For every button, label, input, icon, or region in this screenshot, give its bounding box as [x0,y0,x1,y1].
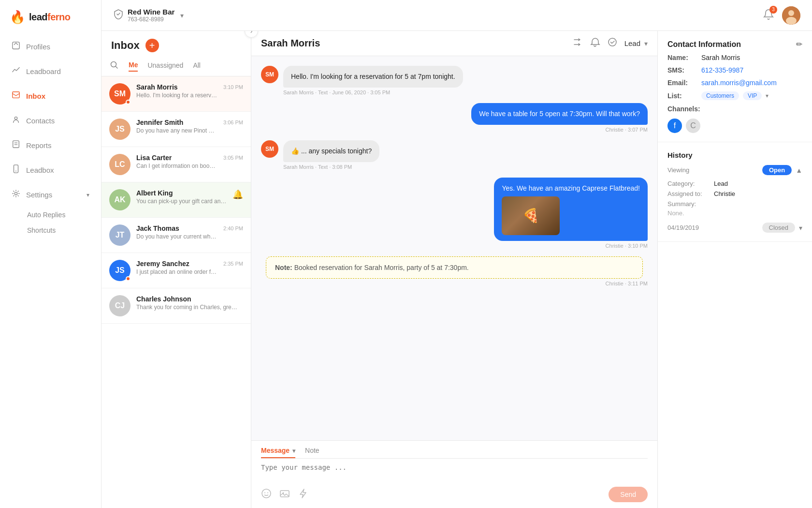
emoji-icon[interactable] [261,488,272,501]
conv-info: Sarah Morris Hello. I'm looking for a re… [136,83,218,99]
svg-marker-20 [300,489,306,498]
sidebar-item-profiles[interactable]: Profiles [0,34,101,59]
list-dropdown-arrow[interactable]: ▾ [766,92,768,99]
list-values: Customers VIP ▾ [701,91,768,100]
send-button[interactable]: Send [609,487,648,502]
message-input[interactable] [261,463,648,481]
svg-point-15 [262,489,271,498]
sidebar-item-leadboard-label: Leadboard [26,67,61,75]
conversation-list: SM Sarah Morris Hello. I'm looking for a… [102,76,251,508]
list-tag-vip[interactable]: VIP [743,91,762,100]
lightning-icon[interactable] [298,488,308,501]
conv-name: Jack Thomas [136,224,218,232]
list-item[interactable]: JS Jeremy Sanchez I just placed an onlin… [102,253,251,288]
chat-channel-icon[interactable]: C [686,119,700,133]
note-meta: Christie · 3:11 PM [261,281,648,286]
assigned-label: Assigned to: [667,190,711,197]
shield-icon [113,9,124,22]
sidebar-item-inbox[interactable]: Inbox [0,84,101,108]
image-icon[interactable] [279,488,290,501]
sidebar-item-contacts-label: Contacts [26,117,55,125]
unread-dot [126,276,130,281]
facebook-channel-icon[interactable]: f [667,119,682,133]
message-bubble: Hello. I'm looking for a reservation for… [283,66,463,88]
info-row-sms: SMS: 612-335-9987 [667,66,802,74]
conv-info: Jack Thomas Do you have your current whi… [136,224,218,240]
message-content: Yes. We have an amazing Caprese Flatbrea… [494,178,648,249]
bell-icon[interactable] [590,37,600,50]
settings-icon [12,189,20,200]
list-item[interactable]: CJ Charles Johnson Thank you for coming … [102,288,251,324]
message-meta: Christie · 3:07 PM [471,127,648,133]
list-item[interactable]: LC Lisa Carter Can I get information on … [102,147,251,182]
conv-info: Lisa Carter Can I get information on boo… [136,154,218,169]
notifications-button[interactable]: 3 [763,9,774,22]
info-row-name: Name: Sarah Morris [667,54,802,61]
list-item[interactable]: AK Albert King You can pick-up your gift… [102,182,251,218]
list-item[interactable]: JT Jack Thomas Do you have your current … [102,218,251,253]
history-category-row: Category: Lead [667,180,802,187]
conv-info: Jennifer Smith Do you have any new Pinot… [136,119,218,134]
conv-name: Charles Johnson [136,295,237,303]
add-conversation-button[interactable]: + [145,39,159,52]
message-dropdown-arrow[interactable]: ▾ [292,448,295,454]
channels-row: f C [667,119,700,133]
history-summary-row: Summary: [667,200,802,208]
note-box: Note: Booked reservation for Sarah Morri… [266,256,643,279]
message-bubble: Yes. We have an amazing Caprese Flatbrea… [494,178,648,241]
notification-badge: 3 [769,6,777,14]
message-meta: Sarah Morris · Text · 3:08 PM [283,164,379,170]
lead-dropdown[interactable]: Lead ▾ [624,39,648,47]
list-item[interactable]: JS Jennifer Smith Do you have any new Pi… [102,112,251,147]
sidebar-item-reports[interactable]: Reports [0,133,101,158]
compose-tab-message[interactable]: Message ▾ [261,447,295,458]
email-value[interactable]: sarah.morris@gmail.com [701,79,777,87]
list-tag-customers[interactable]: Customers [701,91,739,100]
svg-point-17 [267,492,268,493]
logo: 🔥 leadferno [0,0,101,34]
conv-right: 3:10 PM [223,83,243,90]
compose-area: Message ▾ Note Send [251,440,657,508]
company-selector[interactable]: Red Wine Bar 763-682-8989 ▾ [113,8,184,23]
sidebar-item-leadbox[interactable]: Leadbox [0,158,101,182]
past-expand-icon[interactable]: ▾ [799,224,802,232]
message-bubble: 👍 ... any specials tonight? [283,140,379,162]
lead-dropdown-arrow[interactable]: ▾ [644,40,648,47]
name-label: Name: [667,54,701,61]
svg-point-2 [14,117,17,120]
list-item[interactable]: SM Sarah Morris Hello. I'm looking for a… [102,76,251,112]
user-avatar[interactable] [782,6,800,25]
history-collapse-icon[interactable]: ▲ [796,166,802,174]
leadboard-icon [12,66,20,77]
chat-panel: › Sarah Morris Lead ▾ [251,31,657,508]
svg-rect-6 [14,165,18,173]
sidebar-item-settings[interactable]: Settings ▾ [0,182,101,207]
filter-tab-all[interactable]: All [193,61,201,71]
sidebar-item-leadboard[interactable]: Leadboard [0,59,101,84]
sidebar-item-auto-replies[interactable]: Auto Replies [27,207,101,223]
sidebar-item-contacts[interactable]: Contacts [0,108,101,133]
message-row: We have a table for 5 open at 7:30pm. Wi… [261,103,648,133]
conv-preview: Can I get information on booking a priva… [136,163,218,169]
message-row: SM 👍 ... any specials tonight? Sarah Mor… [261,140,648,170]
company-name: Red Wine Bar [128,8,174,16]
message-content: 👍 ... any specials tonight? Sarah Morris… [283,140,379,170]
chat-header: Sarah Morris Lead ▾ [251,31,657,56]
company-dropdown-arrow[interactable]: ▾ [180,12,184,19]
summary-label: Summary: [667,200,711,208]
main-area: Red Wine Bar 763-682-8989 ▾ 3 Inbox + [102,0,812,508]
chat-header-actions: Lead ▾ [572,37,648,50]
contact-info-section: Contact Information ✏ Name: Sarah Morris… [658,31,812,142]
compose-tab-note[interactable]: Note [305,447,319,458]
check-circle-icon[interactable] [607,37,618,50]
sms-value[interactable]: 612-335-9987 [701,66,743,74]
conv-time: 2:35 PM [223,261,243,267]
search-icon[interactable] [109,60,119,72]
filter-tab-me[interactable]: Me [129,61,138,72]
sidebar-item-reports-label: Reports [26,141,52,149]
shuffle-icon[interactable] [572,37,583,50]
filter-tab-unassigned[interactable]: Unassigned [147,61,183,71]
sidebar-item-shortcuts[interactable]: Shortcuts [27,223,101,238]
edit-icon[interactable]: ✏ [796,40,802,49]
leadbox-icon [12,164,20,176]
